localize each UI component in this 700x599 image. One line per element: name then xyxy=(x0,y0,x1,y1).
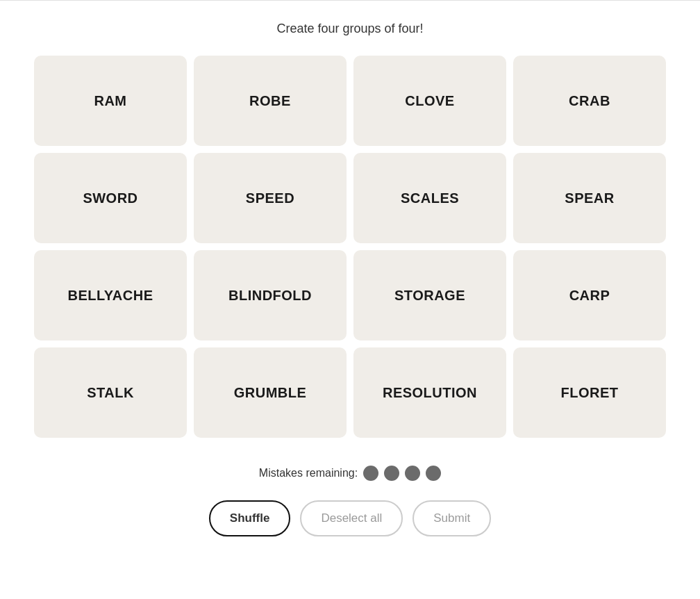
word-card-label: STORAGE xyxy=(394,288,465,304)
word-card[interactable]: RESOLUTION xyxy=(353,347,506,438)
word-card[interactable]: STALK xyxy=(34,347,187,438)
word-card-label: RESOLUTION xyxy=(383,385,477,401)
mistakes-dots xyxy=(363,466,441,481)
mistakes-row: Mistakes remaining: xyxy=(259,466,441,481)
mistake-dot xyxy=(363,466,378,481)
word-card[interactable]: GRUMBLE xyxy=(194,347,347,438)
word-card[interactable]: BLINDFOLD xyxy=(194,250,347,340)
word-card-label: CLOVE xyxy=(405,93,454,109)
mistakes-label: Mistakes remaining: xyxy=(259,467,358,479)
word-card-label: CRAB xyxy=(569,93,610,109)
word-card-label: SWORD xyxy=(83,190,138,206)
word-card-label: ROBE xyxy=(249,93,291,109)
word-card-label: SPEED xyxy=(246,190,294,206)
shuffle-button[interactable]: Shuffle xyxy=(209,500,291,536)
submit-button[interactable]: Submit xyxy=(412,500,491,536)
word-card[interactable]: SCALES xyxy=(353,153,506,243)
word-card[interactable]: CARP xyxy=(513,250,666,340)
word-card-label: CARP xyxy=(569,288,610,304)
word-card-label: SCALES xyxy=(401,190,459,206)
word-card[interactable]: BELLYACHE xyxy=(34,250,187,340)
word-card[interactable]: ROBE xyxy=(194,56,347,146)
top-divider xyxy=(0,0,700,1)
word-card[interactable]: RAM xyxy=(34,56,187,146)
word-card-label: BELLYACHE xyxy=(67,288,153,304)
word-card-label: FLORET xyxy=(561,385,619,401)
mistake-dot xyxy=(384,466,399,481)
word-card-label: GRUMBLE xyxy=(234,385,307,401)
word-card-label: SPEAR xyxy=(565,190,614,206)
word-grid: RAMROBECLOVECRABSWORDSPEEDSCALESSPEARBEL… xyxy=(34,56,666,438)
word-card[interactable]: STORAGE xyxy=(353,250,506,340)
word-card-label: RAM xyxy=(94,93,126,109)
buttons-row: Shuffle Deselect all Submit xyxy=(209,500,491,536)
word-card[interactable]: SPEED xyxy=(194,153,347,243)
word-card-label: STALK xyxy=(87,385,134,401)
word-card[interactable]: CLOVE xyxy=(353,56,506,146)
mistake-dot xyxy=(426,466,441,481)
word-card[interactable]: SWORD xyxy=(34,153,187,243)
mistake-dot xyxy=(405,466,420,481)
word-card[interactable]: CRAB xyxy=(513,56,666,146)
word-card-label: BLINDFOLD xyxy=(228,288,312,304)
word-card[interactable]: SPEAR xyxy=(513,153,666,243)
word-card[interactable]: FLORET xyxy=(513,347,666,438)
deselect-button[interactable]: Deselect all xyxy=(300,500,403,536)
subtitle: Create four groups of four! xyxy=(276,22,423,36)
